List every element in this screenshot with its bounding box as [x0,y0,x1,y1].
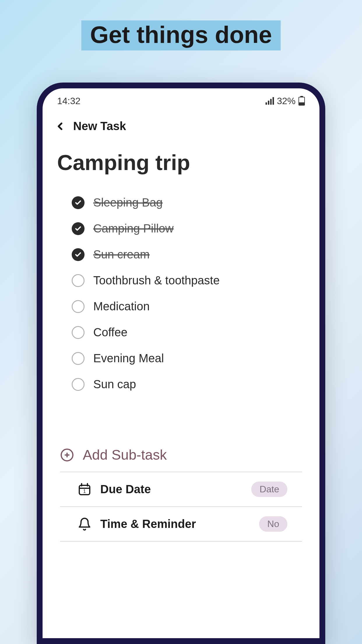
svg-text:1: 1 [83,489,86,494]
battery-percent: 32% [277,96,296,106]
add-subtask-button[interactable]: Add Sub-task [43,438,319,472]
subtask-item[interactable]: Sleeping Bag [72,190,305,216]
subtask-item[interactable]: Camping Pillow [72,216,305,242]
checkbox-unchecked-icon[interactable] [72,326,85,339]
phone-screen: 14:32 32% New Task Camping trip [43,88,319,638]
back-icon[interactable] [54,120,66,132]
subtask-list: Sleeping BagCamping PillowSun creamTooth… [43,190,319,397]
subtask-label: Sun cream [93,248,150,261]
subtask-label: Toothbrush & toothpaste [93,274,220,287]
subtask-label: Medication [93,300,150,313]
subtask-label: Camping Pillow [93,222,174,235]
checkbox-checked-icon[interactable] [72,248,85,261]
checkbox-checked-icon[interactable] [72,196,85,209]
checkbox-checked-icon[interactable] [72,222,85,235]
subtask-label: Sleeping Bag [93,196,163,209]
reminder-value[interactable]: No [259,516,287,532]
subtask-item[interactable]: Evening Meal [72,345,305,371]
subtask-item[interactable]: Sun cream [72,242,305,267]
due-date-value[interactable]: Date [251,482,287,497]
plus-circle-icon [60,448,74,462]
add-subtask-label: Add Sub-task [83,447,167,463]
bell-icon [78,517,92,531]
nav-bar: New Task [43,109,319,139]
signal-icon [266,98,274,105]
subtask-item[interactable]: Sun cap [72,371,305,397]
due-date-label: Due Date [100,483,242,496]
subtask-item[interactable]: Toothbrush & toothpaste [72,267,305,293]
task-title[interactable]: Camping trip [43,139,319,190]
subtask-label: Coffee [93,326,127,339]
marketing-headline: Get things done [81,20,281,50]
reminder-row[interactable]: Time & Reminder No [60,506,302,542]
checkbox-unchecked-icon[interactable] [72,300,85,313]
due-date-row[interactable]: 1 Due Date Date [60,472,302,506]
subtask-label: Sun cap [93,378,136,391]
subtask-item[interactable]: Coffee [72,319,305,345]
subtask-label: Evening Meal [93,352,164,365]
task-options: 1 Due Date Date Time & Reminder No [60,472,302,542]
status-right: 32% [266,96,305,106]
checkbox-unchecked-icon[interactable] [72,274,85,287]
phone-frame: 14:32 32% New Task Camping trip [37,83,325,644]
reminder-label: Time & Reminder [100,517,250,531]
subtask-item[interactable]: Medication [72,293,305,319]
calendar-icon: 1 [78,482,92,496]
status-bar: 14:32 32% [43,88,319,109]
battery-icon [298,97,305,106]
checkbox-unchecked-icon[interactable] [72,352,85,365]
checkbox-unchecked-icon[interactable] [72,378,85,391]
nav-title: New Task [73,120,126,133]
status-time: 14:32 [57,96,80,106]
